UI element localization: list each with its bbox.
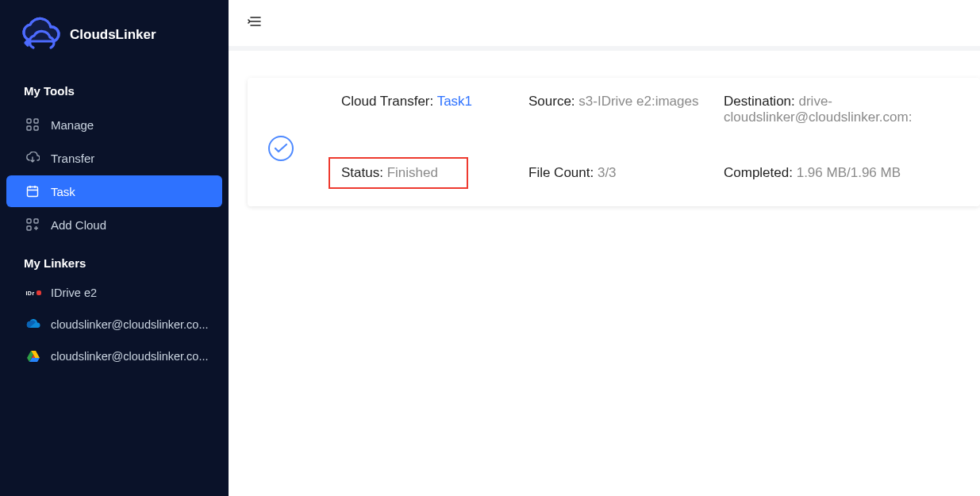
task-source-label: Source: [528, 94, 578, 109]
topbar [229, 0, 980, 46]
svg-rect-3 [34, 126, 38, 130]
sidebar-item-label: Add Cloud [51, 218, 106, 232]
task-complete-check-icon [268, 136, 294, 161]
svg-rect-7 [27, 226, 31, 230]
task-grid: Cloud Transfer: Task1 Source: s3-IDrive … [341, 94, 964, 189]
task-status-cell: Status: Finished [341, 157, 516, 189]
idrive-e2-icon: IDr [25, 286, 41, 299]
sidebar-item-transfer[interactable]: Transfer [6, 142, 222, 174]
cloud-transfer-icon [25, 151, 40, 165]
svg-rect-1 [34, 119, 38, 123]
svg-rect-2 [27, 126, 31, 130]
svg-rect-5 [27, 219, 31, 223]
linker-label: cloudslinker@cloudslinker.co... [51, 318, 208, 331]
task-filecount-label: File Count: [528, 165, 598, 180]
task-source-value: s3-IDrive e2:images [578, 94, 698, 109]
sidebar-item-addcloud[interactable]: Add Cloud [6, 209, 222, 240]
status-highlight-box: Status: Finished [329, 157, 468, 189]
sidebar-section-mylinkers: My Linkers [0, 245, 229, 278]
linker-item-gdrive[interactable]: cloudslinker@cloudslinker.co... [6, 341, 222, 371]
nav-list-tools: Manage Transfer Task [0, 106, 229, 245]
sidebar-section-mytools: My Tools [0, 73, 229, 106]
nav-list-linkers: IDr IDrive e2 cloudslinker@cloudslinker.… [0, 278, 229, 371]
task-filecount-cell: File Count: 3/3 [528, 165, 711, 181]
task-card[interactable]: Cloud Transfer: Task1 Source: s3-IDrive … [248, 78, 980, 206]
main-area: Cloud Transfer: Task1 Source: s3-IDrive … [229, 0, 980, 496]
task-source-cell: Source: s3-IDrive e2:images [528, 94, 711, 125]
onedrive-icon [25, 318, 41, 331]
task-completed-cell: Completed: 1.96 MB/1.96 MB [724, 165, 964, 181]
sidebar: CloudsLinker My Tools Manage Transfer [0, 0, 229, 496]
task-dest-label: Destination: [724, 94, 799, 109]
sidebar-item-label: Transfer [51, 152, 94, 165]
sidebar-item-task[interactable]: Task [6, 175, 222, 207]
task-status-value: Finished [387, 165, 438, 180]
svg-rect-6 [34, 219, 38, 223]
content-area: Cloud Transfer: Task1 Source: s3-IDrive … [229, 51, 980, 206]
grid-icon [25, 117, 40, 132]
task-filecount-value: 3/3 [598, 165, 617, 180]
calendar-icon [25, 184, 40, 198]
linker-label: cloudslinker@cloudslinker.co... [51, 350, 208, 363]
logo-row: CloudsLinker [0, 8, 229, 73]
google-drive-icon [25, 350, 41, 363]
task-completed-label: Completed: [724, 165, 797, 180]
add-grid-icon [25, 217, 40, 232]
task-status-label: Status: [341, 165, 387, 180]
task-transfer-label: Cloud Transfer: [341, 94, 437, 109]
linker-item-onedrive[interactable]: cloudslinker@cloudslinker.co... [6, 310, 222, 340]
sidebar-item-label: Task [51, 185, 75, 198]
sidebar-item-manage[interactable]: Manage [6, 109, 222, 140]
svg-rect-0 [27, 119, 31, 123]
cloudslinker-logo-icon [16, 16, 63, 54]
collapse-sidebar-icon[interactable] [248, 15, 262, 31]
task-dest-cell: Destination: drive-cloudslinker@cloudsli… [724, 94, 964, 125]
task-transfer-name[interactable]: Task1 [437, 94, 472, 109]
task-completed-value: 1.96 MB/1.96 MB [797, 165, 901, 180]
linker-item-idrive[interactable]: IDr IDrive e2 [6, 278, 222, 308]
linker-label: IDrive e2 [51, 286, 97, 299]
task-transfer-cell: Cloud Transfer: Task1 [341, 94, 516, 125]
sidebar-item-label: Manage [51, 118, 94, 132]
app-name: CloudsLinker [70, 27, 156, 43]
svg-rect-4 [28, 187, 38, 197]
